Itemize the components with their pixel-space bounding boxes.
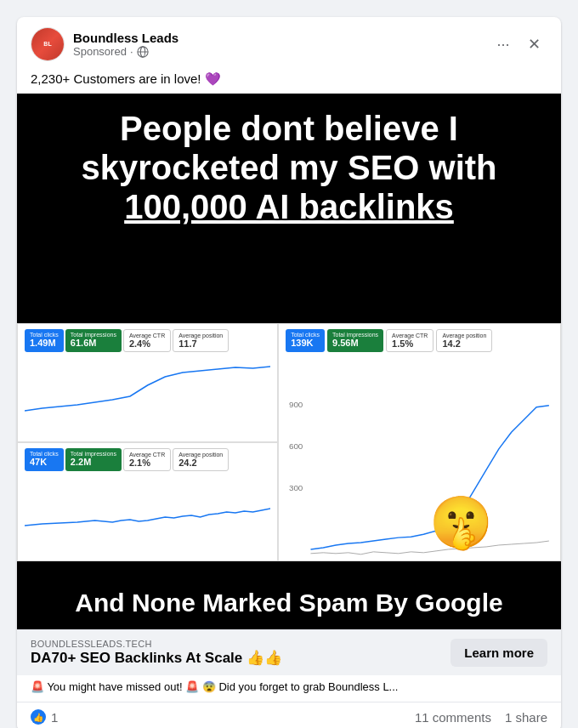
total-impressions-box-2: Total impressions 2.2M [65,448,122,471]
close-button[interactable]: ✕ [520,31,547,58]
sponsored-label: Sponsored [73,45,127,58]
avg-pos-label-1: Average position [178,333,223,338]
dots-icon: ··· [496,36,509,54]
avatar: BL [31,27,65,61]
chart-top-left: Total clicks 1.49M Total impressions 61.… [17,323,278,442]
ad-title: DA70+ SEO Backlinks At Scale 👍👍 [31,649,282,667]
dot-separator: · [130,45,133,58]
overlay-impressions-box: Total impressions 9.56M [327,329,383,352]
avg-ctr-box-1: Average CTR 2.4% [123,329,171,352]
sponsored-line: Sponsored · [73,45,490,58]
svg-text:600: 600 [289,441,303,451]
bottom-banner: And None Marked Spam By Google [17,577,561,629]
big-chart-svg: 900 600 300 [286,390,553,558]
total-clicks-label-1: Total clicks [30,332,59,338]
overlay-impressions-label: Total impressions [332,332,378,338]
header-actions: ··· ✕ [490,31,547,58]
company-name: Boundless Leads [73,31,490,45]
reactions-bar: 👍 1 11 comments 1 share [17,702,561,728]
chart-stats-2: Total clicks 47K Total impressions 2.2M … [18,443,277,475]
chart-line-1 [18,355,277,415]
total-clicks-box-2: Total clicks 47K [25,448,64,471]
learn-more-button[interactable]: Learn more [450,639,547,667]
overlay-ctr-box: Average CTR 1.5% [386,329,434,352]
avg-ctr-value-2: 2.1% [129,458,165,468]
total-impressions-label-1: Total impressions [71,332,116,338]
reaction-count: 1 [51,710,58,725]
ad-footer-left: BOUNDLESSLEADS.TECH DA70+ SEO Backlinks … [31,639,282,667]
more-options-button[interactable]: ··· [490,31,517,58]
avg-ctr-value-1: 2.4% [129,338,165,349]
overlay-pos-label: Average position [442,333,486,338]
overlay-pos-box: Average position 14.2 [436,329,492,352]
svg-text:300: 300 [289,483,303,492]
avg-ctr-label-1: Average CTR [129,333,165,338]
facebook-ad-card: BL Boundless Leads Sponsored · ··· ✕ [17,17,561,728]
headline-part1: People dont believe I skyrocketed my SEO… [81,110,496,186]
total-impressions-box-1: Total impressions 61.6M [65,329,122,352]
overlay-impressions-value: 9.56M [332,338,378,348]
card-header: BL Boundless Leads Sponsored · ··· ✕ [17,17,561,68]
avg-pos-value-1: 11.7 [178,338,223,349]
total-clicks-box-1: Total clicks 1.49M [25,329,64,352]
total-clicks-value-2: 47K [30,457,59,467]
header-info: Boundless Leads Sponsored · [73,31,490,58]
chart-right-big: Total clicks 139K Total impressions 9.56… [278,323,561,561]
avatar-image: BL [31,28,64,60]
overlay-stat-boxes: Total clicks 139K Total impressions 9.56… [286,329,553,352]
chart-stats-1: Total clicks 1.49M Total impressions 61.… [18,324,277,355]
ad-image-bg: People dont believe I skyrocketed my SEO… [17,94,561,629]
svg-text:900: 900 [289,400,303,409]
overlay-ctr-value: 1.5% [392,338,428,349]
chart-bottom-left: Total clicks 47K Total impressions 2.2M … [17,442,278,561]
shush-emoji: 🤫 [429,492,493,553]
total-clicks-label-2: Total clicks [30,451,59,457]
total-clicks-value-1: 1.49M [30,338,59,348]
avg-pos-value-2: 24.2 [178,458,223,468]
overlay-clicks-value: 139K [291,338,320,348]
close-icon: ✕ [528,35,541,54]
chart-svg-1 [25,355,270,415]
caption: 2,230+ Customers are in love! 💜 [17,68,561,94]
avg-pos-box-1: Average position 11.7 [173,329,229,352]
ad-image: People dont believe I skyrocketed my SEO… [17,94,561,629]
reaction-left: 👍 1 [31,709,58,725]
overlay-pos-value: 14.2 [442,338,486,349]
avg-pos-label-2: Average position [178,452,223,458]
total-impressions-value-1: 61.6M [71,338,116,348]
overlay-clicks-box: Total clicks 139K [286,329,325,352]
shares-count[interactable]: 1 share [505,710,547,725]
reaction-right: 11 comments 1 share [415,710,547,725]
ad-domain: BOUNDLESSLEADS.TECH [31,639,282,649]
like-icon: 👍 [31,709,46,725]
total-impressions-value-2: 2.2M [71,457,116,467]
main-headline: People dont believe I skyrocketed my SEO… [34,109,544,226]
big-chart-line: 900 600 300 [279,390,560,560]
chart-svg-2 [25,475,270,534]
avg-pos-box-2: Average position 24.2 [173,448,229,471]
avg-ctr-label-2: Average CTR [129,452,165,458]
avg-ctr-box-2: Average CTR 2.1% [123,448,171,471]
overlay-ctr-label: Average CTR [392,333,428,338]
chart-line-2 [18,475,277,534]
bottom-banner-text: And None Marked Spam By Google [34,589,544,617]
overlay-stats: Total clicks 139K Total impressions 9.56… [286,329,553,352]
headline-underline: 100,000 AI backlinks [124,188,454,225]
total-impressions-label-2: Total impressions [71,451,116,457]
globe-icon [137,46,149,58]
overlay-clicks-label: Total clicks [291,332,320,338]
ad-footer: BOUNDLESSLEADS.TECH DA70+ SEO Backlinks … [17,629,561,675]
main-text-block: People dont believe I skyrocketed my SEO… [17,94,561,236]
comments-count[interactable]: 11 comments [415,710,491,725]
alert-line: 🚨 You might have missed out! 🚨 😨 Did you… [17,675,561,702]
